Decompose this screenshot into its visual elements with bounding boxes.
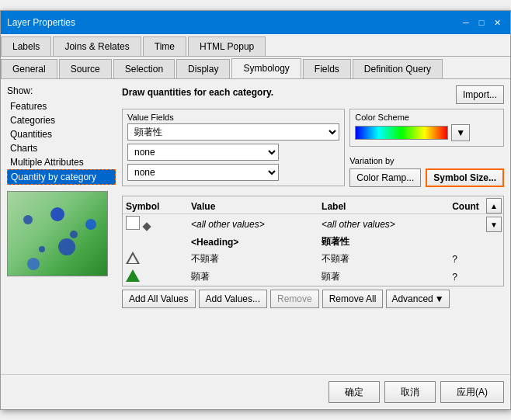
right-panel: Draw quantities for each category. Impor… [122,85,504,368]
show-item-features[interactable]: Features [7,99,116,113]
variation-by-label: Variation by [349,156,504,165]
value-cell: 不顕著 [188,250,318,268]
none-select-2[interactable]: none [127,164,279,181]
symbol-cell [123,234,188,250]
advanced-label: Advanced [391,293,433,304]
left-panel: Show: Features Categories Quantities Cha… [7,85,116,368]
content-area: Show: Features Categories Quantities Cha… [1,79,510,374]
color-scheme-inner: ▼ [355,124,499,141]
count-cell: ? [449,250,503,268]
label-cell: 不顕著 [318,250,449,268]
map-preview [7,191,108,276]
window-title: Layer Properties [7,17,75,28]
diamond-icon [143,222,151,231]
symbol-table: Symbol Value Label Count [123,200,503,286]
symbol-box [126,216,140,230]
layer-properties-window: Layer Properties ─ □ ✕ Labels Joins & Re… [0,10,511,410]
table-row[interactable]: <Heading> 顕著性 [123,234,503,250]
tab-fields[interactable]: Fields [303,59,351,78]
tabs-row2: General Source Selection Display Symbolo… [1,57,510,79]
table-row[interactable]: 顕著 顕著 ? [123,268,503,286]
right-controls: Color Scheme ▼ Variation by Color Ramp..… [349,109,504,187]
tab-general[interactable]: General [1,59,57,78]
triangle-empty-icon [126,252,140,264]
col-value: Value [188,200,318,214]
symbol-cell [123,250,188,268]
cancel-button[interactable]: 取消 [384,381,436,403]
show-item-quantities[interactable]: Quantities [7,127,116,141]
symbol-table-container: Symbol Value Label Count [122,196,504,286]
label-cell: 顕著性 [318,234,449,250]
symbol-size-button[interactable]: Symbol Size... [426,168,504,187]
table-row[interactable]: 不顕著 不顕著 ? [123,250,503,268]
window-controls: ─ □ ✕ [459,16,504,30]
remove-all-button[interactable]: Remove All [322,290,384,308]
symbol-cell [123,214,188,234]
tab-definition-query[interactable]: Definition Query [353,59,443,78]
tab-symbology[interactable]: Symbology [231,58,301,78]
table-inner: Symbol Value Label Count [123,196,503,286]
tab-source[interactable]: Source [59,59,112,78]
color-ramp-preview [355,126,448,140]
bottom-buttons: Add All Values Add Values... Remove Remo… [122,290,504,308]
label-cell: 顕著 [318,268,449,286]
minimize-button[interactable]: ─ [459,16,473,30]
color-scheme-dropdown[interactable]: ▼ [451,124,470,141]
value-field-select[interactable]: 顕著性 [127,123,339,141]
show-item-quantity-by-category[interactable]: Quantity by category [7,169,116,185]
col-label: Label [318,200,449,214]
count-cell [449,234,503,250]
tab-labels[interactable]: Labels [1,36,51,56]
count-cell: ? [449,268,503,286]
advanced-button[interactable]: Advanced ▼ [386,290,449,308]
color-ramp-button[interactable]: Color Ramp... [349,168,421,187]
import-button[interactable]: Import... [456,85,504,104]
dialog-footer: 确定 取消 应用(A) [1,374,510,409]
tab-selection[interactable]: Selection [113,59,175,78]
variation-row: Color Ramp... Symbol Size... [349,168,504,187]
advanced-dropdown-icon: ▼ [435,293,444,304]
show-label: Show: [7,85,116,96]
ok-button[interactable]: 确定 [328,381,380,403]
close-button[interactable]: ✕ [490,16,504,30]
tab-joins-relates[interactable]: Joins & Relates [53,36,141,56]
show-list: Features Categories Quantities Charts Mu… [7,99,116,185]
tabs-row1: Labels Joins & Relates Time HTML Popup [1,34,510,57]
maximize-button[interactable]: □ [474,16,488,30]
triangle-filled-icon [126,269,140,282]
title-bar: Layer Properties ─ □ ✕ [1,11,510,34]
add-values-button[interactable]: Add Values... [199,290,268,308]
draw-title: Draw quantities for each category. [122,87,273,98]
tab-html-popup[interactable]: HTML Popup [188,36,266,56]
show-item-multiple-attributes[interactable]: Multiple Attributes [7,155,116,169]
col-symbol: Symbol [123,200,188,214]
apply-button[interactable]: 应用(A) [440,381,504,403]
none-select-1[interactable]: none [127,144,279,161]
show-item-categories[interactable]: Categories [7,113,116,127]
tab-time[interactable]: Time [143,36,186,56]
color-scheme-label: Color Scheme [355,113,499,122]
scroll-down-button[interactable]: ▼ [486,217,502,232]
value-fields-label: Value Fields [127,113,339,122]
symbol-cell [123,268,188,286]
show-item-charts[interactable]: Charts [7,141,116,155]
label-cell: <all other values> [318,214,449,234]
top-controls: Value Fields 顕著性 none none [122,109,504,191]
table-row[interactable]: <all other values> <all other values> [123,214,503,234]
add-all-values-button[interactable]: Add All Values [122,290,196,308]
value-cell: <all other values> [188,214,318,234]
tab-display[interactable]: Display [176,59,230,78]
value-cell: <Heading> [188,234,318,250]
remove-button[interactable]: Remove [270,290,319,308]
color-scheme-section: Color Scheme ▼ [349,109,504,147]
value-fields-section: Value Fields 顕著性 none none [122,109,345,186]
variation-section: Variation by Color Ramp... Symbol Size..… [349,156,504,187]
value-cell: 顕著 [188,268,318,286]
scroll-up-button[interactable]: ▲ [486,198,502,213]
